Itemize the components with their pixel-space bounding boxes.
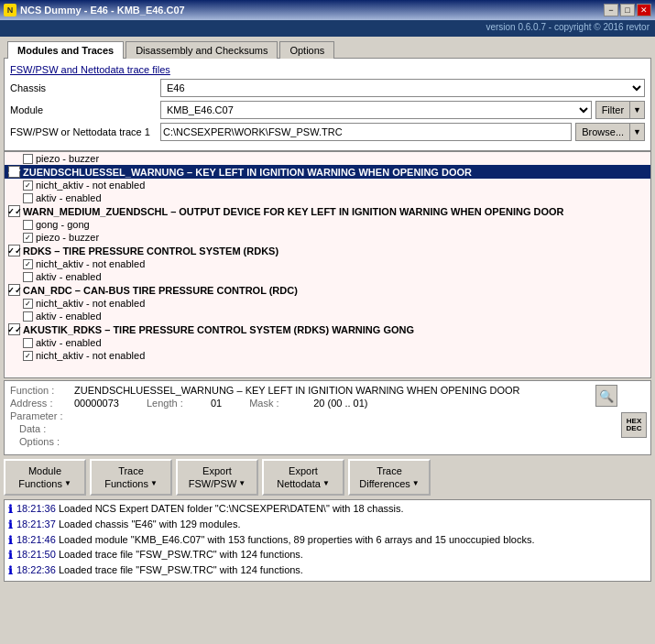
info-panel: Function : ZUENDSCHLUESSEL_WARNUNG – KEY… [4, 380, 651, 455]
list-item[interactable]: aktiv - enabled [5, 310, 650, 322]
list-item[interactable]: nicht_aktiv - not enabled [5, 257, 650, 270]
item-text: WARN_MEDIUM_ZUENDSCHL – OUTPUT DEVICE FO… [23, 206, 564, 217]
function-label: Function : [10, 385, 74, 396]
checkbox[interactable]: ✓ [8, 284, 20, 296]
section-title[interactable]: FSW/PSW and Nettodata trace files [10, 64, 645, 75]
module-select[interactable]: KMB_E46.C07 [160, 101, 592, 119]
list-item[interactable]: piezo - buzzer [5, 152, 650, 165]
export-nettodata-arrow: ▼ [322, 479, 330, 488]
trace-differences-button[interactable]: Trace Differences ▼ [348, 459, 431, 496]
version-text: version 0.6.0.7 - copyright © 2016 revto… [486, 22, 650, 32]
browse-button[interactable]: Browse... [575, 123, 629, 141]
export-fsw-button[interactable]: Export FSW/PSW ▼ [176, 459, 258, 496]
item-text: ZUENDSCHLUESSEL_WARNUNG – KEY LEFT IN IG… [23, 167, 472, 178]
list-item[interactable]: nicht_aktiv - not enabled [5, 349, 650, 362]
list-item[interactable]: aktiv - enabled [5, 191, 650, 204]
module-functions-label: Module [28, 464, 61, 477]
list-item[interactable]: aktiv - enabled [5, 270, 650, 283]
item-text: aktiv - enabled [36, 271, 102, 282]
log-entry: ℹ 18:21:36 Loaded NCS Expert DATEN folde… [8, 502, 647, 518]
trace-differences-arrow: ▼ [412, 479, 420, 488]
minimize-button[interactable]: − [604, 4, 618, 16]
mask-value: 20 (00 .. 01) [313, 398, 367, 409]
tab-disassembly[interactable]: Disassembly and Checksums [126, 41, 278, 59]
info-address-row: Address : 00000073 Length : 01 Mask : 20… [10, 398, 645, 409]
parameter-label: Parameter : [10, 410, 74, 421]
checkbox[interactable] [23, 154, 33, 164]
list-item[interactable]: ✓ WARN_MEDIUM_ZUENDSCHL – OUTPUT DEVICE … [5, 204, 650, 218]
checkbox[interactable] [23, 220, 33, 230]
export-nettodata-label: Export [289, 464, 318, 477]
checkbox[interactable] [23, 311, 33, 322]
checkbox[interactable] [23, 338, 33, 348]
checkbox[interactable] [23, 351, 33, 361]
export-nettodata-button[interactable]: Export Nettodata ▼ [262, 459, 344, 496]
chassis-select[interactable]: E46 [160, 79, 645, 97]
filter-button[interactable]: Filter [595, 101, 629, 119]
log-entry: ℹ 18:21:46 Loaded module "KMB_E46.C07" w… [8, 533, 647, 549]
title-bar: N NCS Dummy - E46 - KMB_E46.C07 − □ ✕ [0, 0, 655, 20]
browse-split-btn: Browse... ▼ [575, 123, 645, 141]
list-item[interactable]: ✓ AKUSTIK_RDKS – TIRE PRESSURE CONTROL S… [5, 322, 650, 336]
version-bar: version 0.6.0.7 - copyright © 2016 revto… [0, 20, 655, 37]
browse-arrow-button[interactable]: ▼ [629, 123, 645, 141]
list-item[interactable]: aktiv - enabled [5, 336, 650, 349]
checkbox[interactable] [23, 233, 33, 243]
maximize-button[interactable]: □ [620, 4, 635, 16]
list-item[interactable]: ✓ RDKS – TIRE PRESSURE CONTROL SYSTEM (R… [5, 244, 650, 257]
item-text: piezo - buzzer [36, 232, 99, 243]
main-panel: FSW/PSW and Nettodata trace files Chassi… [4, 58, 651, 151]
list-item[interactable]: ✓ CAN_RDC – CAN-BUS TIRE PRESSURE CONTRO… [5, 283, 650, 297]
module-functions-label2: Functions [18, 477, 62, 490]
window-controls: − □ ✕ [604, 4, 651, 16]
options-label: Options : [10, 436, 74, 447]
filter-arrow-button[interactable]: ▼ [629, 101, 645, 119]
log-text: 18:21:46 Loaded module "KMB_E46.C07" wit… [16, 533, 535, 547]
trace-input[interactable] [160, 123, 572, 141]
log-icon: ℹ [8, 548, 13, 563]
checkbox[interactable] [23, 272, 33, 282]
list-item[interactable]: gong - gong [5, 218, 650, 231]
item-text: aktiv - enabled [36, 337, 102, 348]
checkbox[interactable]: ✓ [8, 166, 20, 178]
log-entry: ℹ 18:21:37 Loaded chassis "E46" with 129… [8, 518, 647, 533]
magnify-button[interactable]: 🔍 [595, 385, 617, 407]
trace-row: FSW/PSW or Nettodata trace 1 Browse... ▼ [10, 123, 645, 141]
export-fsw-label2: FSW/PSW [189, 477, 237, 490]
tab-options[interactable]: Options [279, 41, 334, 59]
tabs-bar: Modules and Traces Disassembly and Check… [4, 40, 651, 58]
function-list[interactable]: piezo - buzzer ✓ ZUENDSCHLUESSEL_WARNUNG… [4, 151, 651, 378]
module-row: Module KMB_E46.C07 Filter ▼ [10, 101, 645, 119]
list-item[interactable]: nicht_aktiv - not enabled [5, 179, 650, 191]
log-text: 18:21:36 Loaded NCS Expert DATEN folder … [16, 502, 404, 516]
item-text: aktiv - enabled [36, 311, 102, 322]
list-item[interactable]: piezo - buzzer [5, 231, 650, 244]
item-text: gong - gong [36, 219, 90, 230]
tab-modules-traces[interactable]: Modules and Traces [7, 41, 124, 59]
export-nettodata-label2: Nettodata [277, 477, 321, 490]
log-icon: ℹ [8, 563, 13, 579]
log-text: 18:22:36 Loaded trace file "FSW_PSW.TRC"… [16, 563, 303, 577]
info-options-row: Options : [10, 436, 645, 447]
close-button[interactable]: ✕ [637, 4, 651, 16]
item-text: RDKS – TIRE PRESSURE CONTROL SYSTEM (RDK… [23, 246, 278, 257]
log-entry: ℹ 18:21:50 Loaded trace file "FSW_PSW.TR… [8, 548, 647, 563]
checkbox[interactable]: ✓ [8, 245, 20, 257]
checkbox[interactable] [23, 180, 33, 191]
action-buttons-row: Module Functions ▼ Trace Functions ▼ Exp… [4, 459, 651, 496]
trace-functions-button[interactable]: Trace Functions ▼ [90, 459, 172, 496]
list-item[interactable]: nicht_aktiv - not enabled [5, 297, 650, 310]
checkbox[interactable]: ✓ [8, 323, 20, 335]
hex-dec-button[interactable]: HEX DEC [621, 412, 647, 438]
log-icon: ℹ [8, 518, 13, 533]
log-icon: ℹ [8, 502, 13, 518]
checkbox[interactable] [23, 259, 33, 269]
log-area: ℹ 18:21:36 Loaded NCS Expert DATEN folde… [4, 499, 651, 582]
checkbox[interactable]: ✓ [8, 205, 20, 217]
checkbox[interactable] [23, 193, 33, 203]
list-item[interactable]: ✓ ZUENDSCHLUESSEL_WARNUNG – KEY LEFT IN … [5, 165, 650, 179]
item-text: AKUSTIK_RDKS – TIRE PRESSURE CONTROL SYS… [23, 324, 414, 335]
chassis-label: Chassis [10, 82, 157, 93]
checkbox[interactable] [23, 299, 33, 309]
module-functions-button[interactable]: Module Functions ▼ [4, 459, 86, 496]
